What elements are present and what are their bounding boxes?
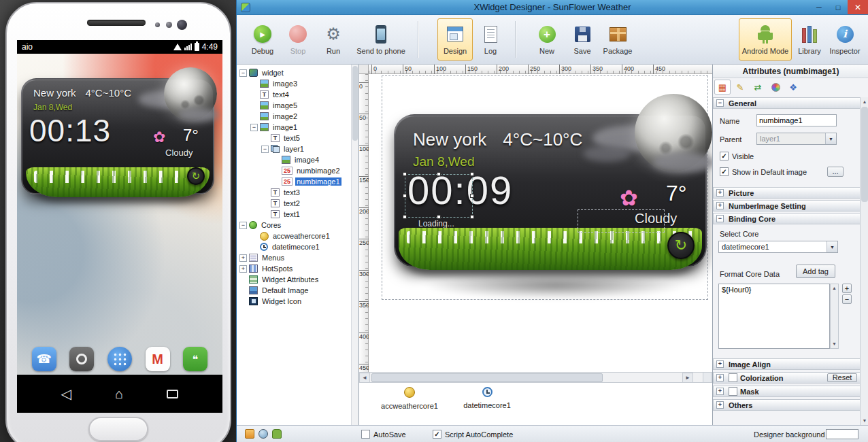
tree-item-image3[interactable]: image3 xyxy=(237,78,358,89)
flower-icon[interactable]: ✿ xyxy=(620,185,638,211)
tree-expander[interactable]: − xyxy=(239,69,247,77)
tab-edit[interactable]: ✎ xyxy=(732,80,748,95)
section-expander[interactable]: + xyxy=(716,401,724,409)
tree-expander[interactable]: − xyxy=(250,124,258,131)
tree-item-text4[interactable]: T text4 xyxy=(237,89,358,100)
inspector-button[interactable]: i Inspector xyxy=(827,18,863,61)
zoom-in-button[interactable]: + xyxy=(842,284,852,293)
section-image-align[interactable]: + Image Align xyxy=(713,358,861,370)
android-status-icon[interactable] xyxy=(272,429,282,439)
tab-3d[interactable]: ❖ xyxy=(785,80,801,95)
tree-item-layer1[interactable]: − layer1 xyxy=(237,143,358,154)
design-viewport[interactable]: New york4°C~10°C Jan 8,Wed 00:09 Loading… xyxy=(369,74,712,372)
tree-item-widget[interactable]: − widget xyxy=(237,67,358,78)
section-expander[interactable]: + xyxy=(716,360,724,368)
tree-item-widget-icon[interactable]: Widget Icon xyxy=(237,296,358,307)
tree-expander[interactable]: + xyxy=(239,265,247,273)
add-tag-button[interactable]: Add tag xyxy=(796,265,835,278)
package-button[interactable]: Package xyxy=(600,18,635,61)
design-tab-button[interactable]: Design xyxy=(437,18,473,61)
scroll-up-arrow[interactable]: ▲ xyxy=(861,97,868,106)
new-button[interactable]: + New xyxy=(529,18,565,61)
section-expander[interactable]: + xyxy=(716,202,724,209)
send-to-phone-button[interactable]: Send to phone xyxy=(351,18,411,61)
autosave-checkbox[interactable] xyxy=(361,430,370,439)
tree-item-image2[interactable]: image2 xyxy=(237,111,358,122)
section-expander[interactable]: − xyxy=(716,99,724,107)
tree-item-accweathercore1[interactable]: accweathercore1 xyxy=(237,231,358,241)
cloud-graphic[interactable] xyxy=(583,146,631,162)
section-mask[interactable]: + Mask xyxy=(713,386,861,397)
design-city-line[interactable]: New york4°C~10°C xyxy=(413,129,582,150)
folder-icon[interactable] xyxy=(245,429,254,439)
section-binding-core[interactable]: − Binding Core xyxy=(713,213,861,224)
tree-expander[interactable]: − xyxy=(239,222,247,229)
dropdown-arrow-icon[interactable]: ▼ xyxy=(825,133,836,144)
selection-handle[interactable] xyxy=(403,215,407,219)
tree-item-image4[interactable]: image4 xyxy=(237,154,358,165)
library-button[interactable]: Library xyxy=(792,18,827,61)
tree-item-widget-attributes[interactable]: Widget Attributes xyxy=(237,274,358,285)
tree-item-menus[interactable]: + Menus xyxy=(237,252,358,263)
selection-handle[interactable] xyxy=(403,172,407,176)
scroll-right-arrow[interactable]: ► xyxy=(682,373,693,383)
section-expander[interactable]: + xyxy=(716,374,724,381)
selection-handle[interactable] xyxy=(437,215,441,219)
zoom-out-button[interactable]: − xyxy=(842,294,852,304)
tab-binding[interactable]: ⇄ xyxy=(750,80,766,95)
city-label[interactable]: New york xyxy=(413,129,486,150)
scroll-down-arrow[interactable]: ▼ xyxy=(831,340,838,348)
select-core-dropdown[interactable]: datetimecore1 ▼ xyxy=(718,241,838,253)
tree-item-numbimage2[interactable]: 25 numbimage2 xyxy=(237,165,358,176)
section-colorization[interactable]: + Colorization Reset xyxy=(713,372,861,384)
parent-dropdown[interactable]: layer1 ▼ xyxy=(756,133,837,145)
core-item-datetimecore1[interactable]: datetimecore1 xyxy=(446,387,528,409)
run-button[interactable]: ⚙ Run xyxy=(316,18,351,61)
script-autocomplete-checkbox[interactable]: ✓ xyxy=(433,430,441,439)
design-weather-widget[interactable]: New york4°C~10°C Jan 8,Wed 00:09 Loading… xyxy=(394,114,707,267)
close-button[interactable]: ✕ xyxy=(848,0,868,14)
tree-item-image5[interactable]: image5 xyxy=(237,100,358,111)
scroll-down-arrow[interactable]: ▼ xyxy=(861,416,868,425)
textarea-scrollbar[interactable]: ▲ ▼ xyxy=(830,284,839,349)
core-item-accweathercore1[interactable]: accweathercore1 xyxy=(369,387,450,410)
section-expander[interactable]: + xyxy=(716,189,724,197)
selection-handle[interactable] xyxy=(470,194,474,198)
tree-item-numbimage1[interactable]: 25 numbimage1 xyxy=(237,176,358,187)
canvas-horizontal-scrollbar[interactable]: ◄ ► xyxy=(359,372,703,383)
attributes-scrollbar[interactable]: ▲ ▼ xyxy=(860,97,868,425)
tree-item-text2[interactable]: T text2 xyxy=(237,198,358,209)
selection-box-numbimage1[interactable] xyxy=(405,174,473,218)
dropdown-arrow-icon[interactable]: ▼ xyxy=(827,241,837,252)
section-others[interactable]: + Others xyxy=(713,399,861,411)
debug-button[interactable]: ▶ Debug xyxy=(245,18,280,61)
mask-checkbox[interactable] xyxy=(729,387,737,396)
tree-item-text3[interactable]: T text3 xyxy=(237,187,358,198)
selection-handle[interactable] xyxy=(403,194,407,198)
section-general[interactable]: − General xyxy=(713,97,861,109)
maximize-button[interactable]: □ xyxy=(829,0,848,14)
designer-background-swatch[interactable] xyxy=(826,429,858,439)
tab-color[interactable] xyxy=(767,80,784,95)
network-icon[interactable] xyxy=(258,429,268,439)
current-temp-label[interactable]: 7° xyxy=(666,181,687,206)
loading-label[interactable]: Loading... xyxy=(418,219,454,228)
name-input[interactable] xyxy=(756,114,837,126)
format-core-data-textarea[interactable]: ${Hour0} xyxy=(718,284,830,349)
tree-expander[interactable]: − xyxy=(261,146,269,153)
scroll-left-arrow[interactable]: ◄ xyxy=(359,373,370,383)
colorization-checkbox[interactable] xyxy=(729,373,737,382)
refresh-icon[interactable]: ↻ xyxy=(667,232,695,259)
tree-item-hotspots[interactable]: + HotSpots xyxy=(237,263,358,274)
save-button[interactable]: Save xyxy=(565,18,600,61)
cloud-graphic[interactable] xyxy=(652,152,712,173)
section-picture[interactable]: + Picture xyxy=(713,187,861,199)
minimize-button[interactable]: ─ xyxy=(809,0,829,14)
tree-item-cores[interactable]: − Cores xyxy=(237,220,358,231)
tree-item-datetimecore1[interactable]: datetimecore1 xyxy=(237,241,358,252)
section-expander[interactable]: − xyxy=(716,215,724,222)
stop-button[interactable]: Stop xyxy=(280,18,316,61)
tab-properties[interactable]: ▦ xyxy=(714,80,731,95)
section-numberimage-setting[interactable]: + NumberImage Setting xyxy=(713,200,861,211)
tree-item-text5[interactable]: T text5 xyxy=(237,133,358,143)
